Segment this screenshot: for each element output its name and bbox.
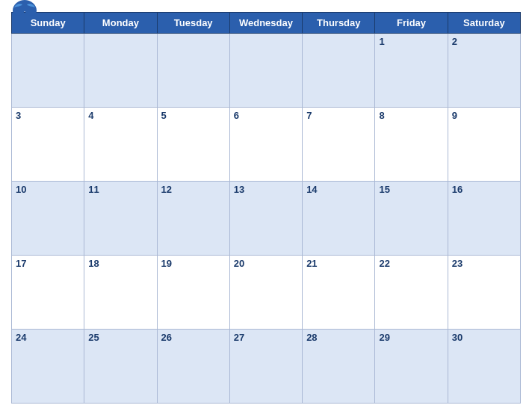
calendar-week-2: 10111213141516	[12, 182, 521, 256]
calendar-day-14: 14	[303, 182, 375, 256]
calendar-day-23: 23	[448, 256, 520, 330]
day-header-friday: Friday	[375, 13, 448, 34]
calendar-day-empty	[84, 34, 157, 108]
calendar-day-7: 7	[303, 108, 375, 182]
calendar-day-8: 8	[375, 108, 448, 182]
calendar-table: SundayMondayTuesdayWednesdayThursdayFrid…	[11, 12, 521, 404]
calendar-day-30: 30	[448, 330, 520, 404]
calendar-day-25: 25	[84, 330, 157, 404]
calendar-week-1: 3456789	[12, 108, 521, 182]
calendar-day-22: 22	[375, 256, 448, 330]
calendar-day-15: 15	[375, 182, 448, 256]
calendar-day-17: 17	[12, 256, 84, 330]
calendar-day-29: 29	[375, 330, 448, 404]
calendar-day-empty	[12, 34, 84, 108]
calendar-day-12: 12	[157, 182, 229, 256]
calendar-day-empty	[303, 34, 375, 108]
calendar-day-5: 5	[157, 108, 229, 182]
day-header-wednesday: Wednesday	[229, 13, 302, 34]
calendar-week-0: 12	[12, 34, 521, 108]
calendar-day-1: 1	[375, 34, 448, 108]
calendar-day-28: 28	[303, 330, 375, 404]
calendar-day-4: 4	[84, 108, 157, 182]
calendar-day-13: 13	[229, 182, 302, 256]
logo-icon	[11, 0, 38, 18]
calendar-body: 1234567891011121314151617181920212223242…	[12, 34, 521, 404]
calendar-day-27: 27	[229, 330, 302, 404]
calendar-day-11: 11	[84, 182, 157, 256]
day-header-saturday: Saturday	[448, 13, 520, 34]
calendar-day-empty	[157, 34, 229, 108]
calendar-day-2: 2	[448, 34, 520, 108]
calendar-day-6: 6	[229, 108, 302, 182]
calendar-day-3: 3	[12, 108, 84, 182]
day-header-thursday: Thursday	[303, 13, 375, 34]
calendar-day-24: 24	[12, 330, 84, 404]
calendar-day-empty	[229, 34, 302, 108]
calendar-day-20: 20	[229, 256, 302, 330]
day-header-tuesday: Tuesday	[157, 13, 229, 34]
calendar-day-19: 19	[157, 256, 229, 330]
calendar-week-4: 24252627282930	[12, 330, 521, 404]
calendar-day-9: 9	[448, 108, 520, 182]
day-header-monday: Monday	[84, 13, 157, 34]
calendar-week-3: 17181920212223	[12, 256, 521, 330]
calendar-day-18: 18	[84, 256, 157, 330]
calendar-day-16: 16	[448, 182, 520, 256]
calendar-day-21: 21	[303, 256, 375, 330]
calendar-header-row: SundayMondayTuesdayWednesdayThursdayFrid…	[12, 13, 521, 34]
logo	[11, 0, 38, 18]
calendar-day-26: 26	[157, 330, 229, 404]
calendar-day-10: 10	[12, 182, 84, 256]
